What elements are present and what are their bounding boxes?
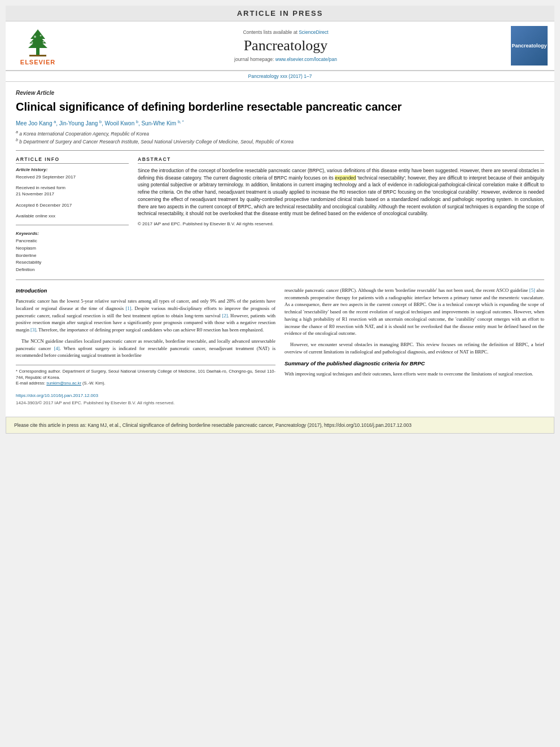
affiliation-a: a a Korea International Cooperation Agen…	[16, 130, 544, 137]
keyword-definition: Definition	[16, 267, 129, 274]
journal-header: ELSEVIER Contents lists available at Sci…	[6, 21, 554, 71]
page: ARTICLE IN PRESS ELSEVIER	[6, 6, 554, 434]
authors-line: Mee Joo Kang a, Jin-Young Jang b, Wooil …	[16, 120, 544, 126]
corresponding-label: * Corresponding author.	[16, 369, 61, 374]
ref-3: [3]	[30, 327, 36, 333]
highlighted-expanded: expanded	[335, 175, 356, 181]
ref-1: [1]	[126, 305, 132, 311]
abstract-text: Since the introduction of the concept of…	[138, 167, 544, 217]
affil-b-sup: b	[16, 138, 18, 142]
keyword-neoplasm: Neoplasm	[16, 245, 129, 252]
footnote-section: * Corresponding author. Department of Su…	[16, 365, 275, 406]
author-kim: Sun-Whe Kim	[141, 120, 176, 126]
right-para-2: However, we encounter several obstacles …	[285, 341, 544, 356]
journal-meta-top: Contents lists available at ScienceDirec…	[243, 29, 328, 35]
article-info-header: ARTICLE INFO	[16, 156, 129, 164]
citation-line: Pancreatology xxx (2017) 1–7	[6, 71, 554, 82]
author-jang: Jin-Young Jang	[59, 120, 98, 126]
divider-2	[16, 279, 544, 280]
banner-text: ARTICLE IN PRESS	[237, 9, 323, 18]
thumb-label: Pancreatology	[511, 43, 546, 49]
homepage-url[interactable]: www.elsevier.com/locate/pan	[275, 56, 337, 62]
revised-date: Received in revised form 21 November 201…	[16, 185, 129, 197]
abstract-header: ABSTRACT	[138, 156, 544, 164]
keyword-pancreatic: Pancreatic	[16, 238, 129, 245]
doi-line[interactable]: https://doi.org/10.1016/j.pan.2017.12.00…	[16, 392, 275, 399]
article-history-label: Article history:	[16, 167, 129, 172]
ref-4: [4]	[54, 346, 60, 351]
keywords-list: Pancreatic Neoplasm Borderline Resectabi…	[16, 238, 129, 274]
svg-point-5	[34, 36, 36, 38]
journal-thumbnail: Pancreatology	[508, 26, 548, 65]
svg-rect-1	[29, 55, 46, 56]
elsevier-logo: ELSEVIER	[12, 26, 63, 65]
elsevier-label: ELSEVIER	[20, 59, 55, 65]
email-link[interactable]: sunkim@snu.ac.kr	[46, 381, 81, 386]
svg-point-7	[32, 41, 33, 43]
sciencedirect-link[interactable]: ScienceDirect	[299, 29, 328, 35]
revised-label: Received in revised form	[16, 185, 65, 190]
author-kim-affil: b, *	[178, 120, 184, 124]
author-kang: Mee Joo Kang	[16, 120, 53, 126]
revised-value: 21 November 2017	[16, 191, 54, 196]
thumb-image: Pancreatology	[511, 26, 548, 65]
divider-1	[16, 150, 544, 151]
intro-para-2: The NCCN guideline classifies localized …	[16, 338, 275, 359]
svg-point-6	[40, 34, 42, 36]
footnote-email: E-mail address: sunkim@snu.ac.kr (S.-W. …	[16, 381, 275, 387]
summary-para: With improving surgical techniques and t…	[285, 370, 544, 378]
elsevier-tree-icon	[18, 27, 58, 58]
keywords-label: Keywords:	[16, 231, 129, 236]
right-para-1: resectable pancreatic cancer (BRPC). Alt…	[285, 287, 544, 337]
article-content: Review Article Clinical significance of …	[6, 82, 554, 412]
journal-homepage: journal homepage: www.elsevier.com/locat…	[234, 56, 337, 62]
keyword-borderline: Borderline	[16, 252, 129, 260]
author-kang-affil: a	[54, 120, 56, 124]
body-content: Introduction Pancreatic cancer has the l…	[16, 287, 544, 407]
intro-para-1: Pancreatic cancer has the lowest 5-year …	[16, 298, 275, 334]
received-date: Received 29 September 2017	[16, 174, 129, 180]
ref-2: [2]	[222, 313, 228, 318]
available-online: Available online xxx	[16, 213, 129, 219]
author-kwon: Wooil Kwon	[105, 120, 135, 126]
affil-b-text: b Department of Surgery and Cancer Resea…	[19, 139, 294, 145]
info-abstract-section: ARTICLE INFO Article history: Received 2…	[16, 156, 544, 274]
author-kwon-affil: b	[136, 120, 138, 124]
body-left-column: Introduction Pancreatic cancer has the l…	[16, 287, 275, 407]
email-suffix: (S.-W. Kim).	[82, 381, 105, 386]
contents-text: Contents lists available at	[243, 29, 297, 35]
email-label: E-mail address:	[16, 381, 45, 386]
homepage-label: journal homepage:	[234, 56, 274, 62]
bottom-citation-bar: Please cite this article in press as: Ka…	[6, 417, 554, 434]
footnote-corresponding: * Corresponding author. Department of Su…	[16, 369, 275, 381]
article-in-press-banner: ARTICLE IN PRESS	[6, 6, 554, 21]
journal-center: Contents lists available at ScienceDirec…	[69, 26, 502, 65]
ref-5: [5]	[530, 287, 535, 293]
affil-a-sup: a	[16, 130, 18, 134]
affiliation-b: b b Department of Surgery and Cancer Res…	[16, 138, 544, 145]
affil-a-text: a Korea International Cooperation Agency…	[19, 131, 149, 137]
accepted-date: Accepted 6 December 2017	[16, 202, 129, 208]
review-article-label: Review Article	[16, 90, 544, 96]
divider-keywords	[16, 225, 129, 225]
bottom-bar-text: Please cite this article in press as: Ka…	[14, 422, 412, 428]
abstract-column: ABSTRACT Since the introduction of the c…	[138, 156, 544, 274]
copyright-text: © 2017 IAP and EPC. Published by Elsevie…	[138, 221, 544, 228]
article-title: Clinical significance of defining border…	[16, 99, 544, 114]
body-right-column: resectable pancreatic cancer (BRPC). Alt…	[285, 287, 544, 407]
article-info-column: ARTICLE INFO Article history: Received 2…	[16, 156, 129, 274]
author-jang-affil: b	[99, 120, 102, 124]
summary-title-text: Summary of the published diagnostic crit…	[285, 360, 425, 366]
journal-name: Pancreatology	[244, 37, 328, 54]
summary-section-title: Summary of the published diagnostic crit…	[285, 360, 544, 368]
introduction-title: Introduction	[16, 287, 275, 295]
issn-line: 1424-3903/© 2017 IAP and EPC. Published …	[16, 400, 275, 406]
svg-point-8	[43, 41, 45, 42]
keyword-resectability: Resectability	[16, 259, 129, 267]
